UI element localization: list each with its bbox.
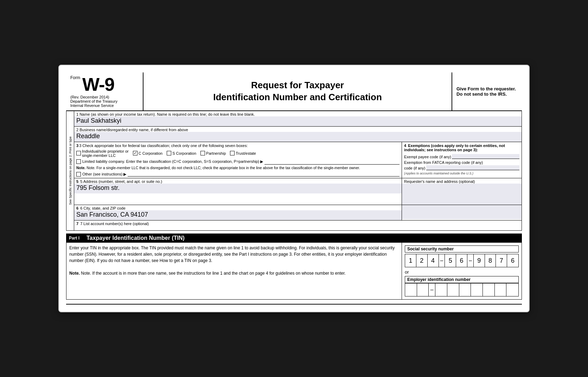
ein-box-2: [417, 283, 429, 296]
field2-row: 2 Business name/disregarded entity name,…: [74, 127, 522, 142]
sidebar-text: See Specific Instructions on page 2. Pri…: [69, 136, 72, 205]
ssn-box-9: 6: [507, 254, 518, 267]
ssn-dash-1: –: [439, 254, 445, 267]
field4-label: 4 Exemptions (codes apply only to certai…: [404, 143, 519, 152]
llc-row: Limited liability company. Enter the tax…: [76, 159, 400, 165]
exempt-payee-label: Exempt payee code (if any): [404, 155, 451, 159]
requester-cont: [402, 205, 522, 220]
header-right: Give Form to the requester. Do not send …: [452, 72, 522, 110]
ssn-box-7: 8: [485, 254, 496, 267]
ein-boxes: –: [405, 283, 519, 296]
tax-option-ccorp: C Corporation: [133, 151, 162, 155]
ssn-box-8: 7: [496, 254, 507, 267]
checkbox-individual[interactable]: [76, 151, 81, 155]
checkbox-llc[interactable]: [76, 159, 81, 164]
other-row: Other (see instructions) ▶: [76, 172, 400, 177]
ein-box-7: [483, 283, 495, 296]
field6-value: San Francisco, CA 94107: [74, 210, 402, 220]
ssn-boxes: 1 2 4 – 5 6 – 9 8 7 6: [405, 254, 519, 267]
field5-label: 5 5 Address (number, street, and apt. or…: [74, 178, 402, 184]
requester-section: Requester's name and address (optional): [402, 178, 522, 205]
llc-label: Limited liability company. Enter the tax…: [82, 159, 263, 164]
ein-box-8: [495, 283, 507, 296]
ein-box-9: [506, 283, 518, 296]
tax-option-partnership: Partnership: [200, 151, 226, 155]
ein-box-4: [447, 283, 459, 296]
ssn-box-6: 9: [474, 254, 485, 267]
part1-text2: Note. Note. If the account is in more th…: [69, 270, 399, 276]
ein-box-5: [459, 283, 471, 296]
checkbox-other[interactable]: [76, 172, 81, 177]
field3-label: 33 Check appropriate box for federal tax…: [76, 143, 400, 148]
field6-row: 6 6 City, state, and ZIP code San Franci…: [74, 205, 522, 221]
field1-row: 1 Name (as shown on your income tax retu…: [74, 111, 522, 127]
tax-options: Individual/sole proprietor orsingle-memb…: [76, 149, 400, 158]
dept1: Department of the Treasury: [70, 99, 139, 103]
tax-class-left: 33 Check appropriate box for federal tax…: [74, 142, 402, 178]
tax-class-right: 4 Exemptions (codes apply only to certai…: [402, 142, 522, 178]
checkbox-trust[interactable]: [230, 151, 235, 155]
field7-label: 7 List account number(s) here (optional): [80, 222, 149, 226]
form-number: W-9: [82, 75, 114, 94]
field3-row: 33 Check appropriate box for federal tax…: [74, 142, 522, 179]
ssn-dash-2: –: [467, 254, 474, 267]
checkbox-scorp[interactable]: [167, 151, 171, 155]
ein-box-6: [471, 283, 483, 296]
form-rev: (Rev. December 2014): [70, 95, 139, 99]
field5-value: 795 Folsom str.: [74, 184, 402, 193]
requester-label: Requester's name and address (optional): [402, 178, 522, 184]
field2-label: 2 Business name/disregarded entity name,…: [74, 127, 522, 132]
other-line: [128, 172, 400, 177]
field2-value: Readdle: [74, 132, 522, 142]
or-label: or: [405, 269, 519, 275]
header-title: Request for Taxpayer Identification Numb…: [213, 79, 382, 103]
header-left: Form W-9 (Rev. December 2014) Department…: [66, 72, 143, 110]
city-left: 6 6 City, state, and ZIP code San Franci…: [74, 205, 402, 220]
fatca-line: [426, 165, 519, 170]
part1-text1: Enter your TIN in the appropriate box. T…: [69, 245, 399, 264]
field5-row: 5 5 Address (number, street, and apt. or…: [74, 178, 522, 205]
fatca-row: code (if any): [404, 165, 519, 170]
ssn-box-4: 5: [445, 254, 456, 267]
other-label: Other (see instructions) ▶: [82, 172, 126, 177]
part1-title: Taxpayer Identification Number (TIN): [87, 235, 185, 241]
fatca-note: (Applies to accounts maintained outside …: [404, 172, 519, 175]
header-center: Request for Taxpayer Identification Numb…: [143, 72, 452, 110]
ssn-label: Social security number: [405, 245, 519, 253]
fatca-label: Exemption from FATCA reporting code (if …: [404, 160, 519, 165]
form-label: Form: [70, 75, 80, 80]
note-row: Note. Note. For a single-member LLC that…: [76, 166, 400, 171]
checkbox-ccorp[interactable]: [133, 151, 138, 155]
part1-left: Enter your TIN in the appropriate box. T…: [66, 243, 402, 299]
exempt-payee-line: [452, 154, 519, 159]
exempt-payee-row: Exempt payee code (if any): [404, 154, 519, 159]
form-w9: Form W-9 (Rev. December 2014) Department…: [58, 65, 530, 313]
field1-value: Paul Sakhatskyi: [74, 116, 522, 126]
ein-label: Employer identification number: [405, 276, 519, 283]
ein-box-3: [435, 283, 447, 296]
field7-row: 7 7 List account number(s) here (optiona…: [74, 221, 522, 230]
part1-label: Part I: [69, 236, 79, 241]
ssn-box-1: 1: [405, 254, 416, 267]
sidebar: See Specific Instructions on page 2. Pri…: [66, 111, 74, 231]
form-header: Form W-9 (Rev. December 2014) Department…: [66, 72, 522, 111]
part1-body: Enter your TIN in the appropriate box. T…: [66, 243, 522, 300]
checkbox-partnership[interactable]: [200, 151, 205, 155]
field1-label: 1 Name (as shown on your income tax retu…: [74, 111, 522, 116]
part1-right: Social security number 1 2 4 – 5 6 – 9 8…: [402, 243, 522, 299]
tax-option-scorp: S Corporation: [167, 151, 196, 155]
header-right-text: Give Form to the requester. Do not send …: [456, 86, 518, 97]
tax-option-individual: Individual/sole proprietor orsingle-memb…: [76, 149, 129, 158]
bottom-line: [66, 304, 522, 305]
dept2: Internal Revenue Service: [70, 103, 139, 108]
form-fields: 1 Name (as shown on your income tax retu…: [74, 111, 522, 231]
ein-box-1: [405, 283, 417, 296]
tax-option-trust: Trust/estate: [230, 151, 256, 155]
ssn-box-5: 6: [456, 254, 467, 267]
note-text: Note. For a single-member LLC that is di…: [87, 166, 360, 170]
field6-label: 6 6 City, state, and ZIP code: [74, 205, 402, 210]
address-left: 5 5 Address (number, street, and apt. or…: [74, 178, 402, 205]
form-body: See Specific Instructions on page 2. Pri…: [66, 111, 522, 231]
ein-dash: –: [429, 283, 435, 296]
llc-line: [264, 159, 400, 165]
